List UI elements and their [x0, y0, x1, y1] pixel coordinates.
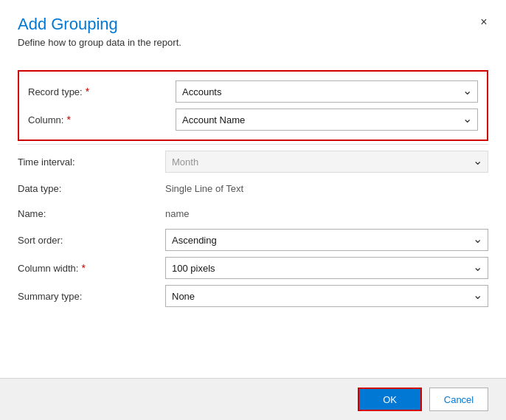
data-type-row: Data type: Single Line of Text	[18, 176, 488, 201]
time-interval-row: Time interval: Month Year	[18, 148, 488, 176]
summary-type-label: Summary type:	[18, 291, 165, 302]
record-type-select[interactable]: Accounts Contacts Leads Opportunities	[176, 80, 478, 103]
column-select-wrap: Account Name Account Number City Country	[176, 109, 478, 131]
dialog-footer: OK Cancel	[0, 378, 506, 420]
dialog-subtitle: Define how to group data in the report.	[18, 37, 488, 48]
column-required: *	[66, 114, 70, 125]
column-label: Column: *	[28, 114, 176, 125]
add-grouping-dialog: Add Grouping Define how to group data in…	[0, 0, 506, 420]
cancel-button[interactable]: Cancel	[429, 388, 488, 411]
required-fields-group: Record type: * Accounts Contacts Leads O…	[18, 70, 488, 141]
time-interval-select-wrap: Month Year	[165, 151, 488, 173]
sort-order-row: Sort order: Ascending Descending	[18, 226, 488, 254]
summary-type-select-wrap: None Sum Average Count	[165, 285, 488, 307]
name-value: name	[165, 208, 190, 219]
close-button[interactable]: ×	[474, 12, 494, 32]
column-row: Column: * Account Name Account Number Ci…	[28, 106, 478, 134]
column-width-select-wrap: 100 pixels 150 pixels 200 pixels	[165, 257, 488, 279]
column-select[interactable]: Account Name Account Number City Country	[176, 109, 478, 131]
dialog-title: Add Grouping	[18, 15, 488, 34]
ok-button[interactable]: OK	[358, 388, 422, 411]
sort-order-select-wrap: Ascending Descending	[165, 229, 488, 251]
column-width-row: Column width: * 100 pixels 150 pixels 20…	[18, 254, 488, 282]
plain-rows: Time interval: Month Year Data type: Sin…	[18, 145, 488, 313]
record-type-required: *	[86, 86, 89, 97]
name-row: Name: name	[18, 201, 488, 226]
data-type-value: Single Line of Text	[165, 183, 243, 194]
data-type-label: Data type:	[18, 183, 165, 194]
record-type-select-wrap: Accounts Contacts Leads Opportunities	[176, 80, 478, 103]
name-value-wrap: name	[165, 208, 488, 219]
name-label: Name:	[18, 208, 165, 219]
sort-order-select[interactable]: Ascending Descending	[165, 229, 488, 251]
sort-order-label: Sort order:	[18, 235, 165, 246]
dialog-body: Record type: * Accounts Contacts Leads O…	[0, 63, 506, 378]
data-type-value-wrap: Single Line of Text	[165, 183, 488, 194]
time-interval-select[interactable]: Month Year	[165, 151, 488, 173]
column-width-required: *	[81, 262, 85, 274]
time-interval-label: Time interval:	[18, 156, 165, 168]
record-type-row: Record type: * Accounts Contacts Leads O…	[28, 78, 478, 106]
column-width-select[interactable]: 100 pixels 150 pixels 200 pixels	[165, 257, 488, 279]
column-width-label: Column width: *	[18, 262, 165, 274]
dialog-header: Add Grouping Define how to group data in…	[0, 0, 506, 63]
summary-type-row: Summary type: None Sum Average Count	[18, 282, 488, 310]
record-type-label: Record type: *	[28, 86, 176, 97]
summary-type-select[interactable]: None Sum Average Count	[165, 285, 488, 307]
